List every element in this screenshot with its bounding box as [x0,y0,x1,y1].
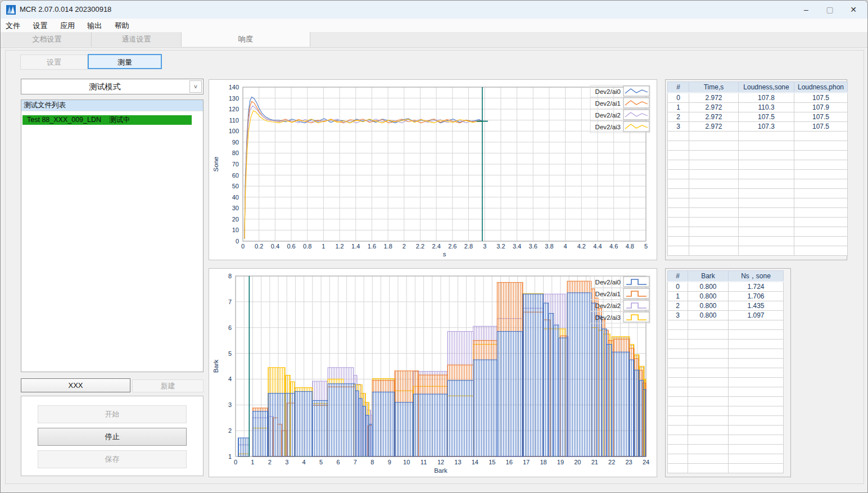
svg-text:8: 8 [370,459,374,465]
table-row: 12.972110.3107.9 [668,103,848,112]
table-row [668,464,784,473]
tab-loudness[interactable]: 响度 [182,32,310,47]
svg-text:Dev2/ai2: Dev2/ai2 [595,112,621,119]
svg-text:6: 6 [336,459,340,465]
menu-settings[interactable]: 设置 [28,19,52,33]
svg-text:Dev2/ai1: Dev2/ai1 [595,100,621,107]
svg-text:140: 140 [229,84,239,91]
svg-text:20: 20 [574,459,581,465]
chevron-down-icon[interactable]: ˅ [189,80,202,93]
table-row [668,454,784,464]
file-name: Test 88_XXX_009_LDN [27,116,101,124]
table-row: 02.972107.8107.5 [668,93,848,103]
table-row [668,237,848,246]
test-file-list: 测试文件列表 Test 88_XXX_009_LDN 测试中 [21,99,204,372]
menu-file[interactable]: 文件 [1,19,25,33]
svg-text:70: 70 [232,161,239,168]
table-row [668,320,784,330]
svg-text:Dev2/ai0: Dev2/ai0 [595,279,621,286]
table-row [668,141,848,151]
svg-text:12: 12 [437,459,444,465]
table-row [668,160,848,170]
menu-output[interactable]: 输出 [82,19,107,33]
svg-text:0.8: 0.8 [303,243,311,250]
svg-text:Dev2/ai1: Dev2/ai1 [595,291,621,297]
table-row [668,330,784,340]
svg-text:s: s [443,251,446,257]
table-row: 20.8001.435 [668,301,784,311]
svg-text:18: 18 [540,459,546,465]
table-row [668,227,848,237]
svg-text:3: 3 [483,243,486,250]
tab-channel-settings[interactable]: 通道设置 [92,32,182,47]
menu-help[interactable]: 帮助 [110,19,134,33]
table-row [668,349,784,359]
stop-button[interactable]: 停止 [38,428,187,446]
col-header: Ns，sone [729,271,784,282]
table-row [668,170,848,179]
svg-text:13: 13 [454,459,461,465]
svg-text:4.2: 4.2 [577,243,586,250]
col-header: Loudness,sone [739,82,794,93]
svg-text:23: 23 [625,459,632,465]
table-row [668,387,784,397]
svg-text:5: 5 [228,350,232,357]
save-button[interactable]: 保存 [38,450,187,468]
table-row: 00.8001.724 [668,282,784,292]
test-file-list-header: 测试文件列表 [21,100,203,111]
svg-text:90: 90 [232,139,239,146]
svg-text:7: 7 [354,459,357,465]
new-button[interactable]: 新建 [132,379,204,392]
svg-text:22: 22 [608,459,615,465]
maximize-button[interactable]: ▢ [817,1,843,19]
svg-text:120: 120 [229,106,239,112]
table-row [668,198,848,208]
loudness-time-chart-panel: 00.20.40.60.811.21.41.61.822.22.42.62.83… [209,79,657,260]
table-row: 32.972107.3107.5 [668,122,848,132]
svg-text:4: 4 [564,243,567,250]
svg-text:Bark: Bark [213,359,219,373]
app-logo-icon [6,5,16,15]
start-button[interactable]: 开始 [38,405,187,423]
loudness-time-chart: 00.20.40.60.811.21.41.61.822.22.42.62.83… [209,80,657,260]
svg-text:1: 1 [322,243,325,250]
test-mode-select[interactable]: 测试模式 ˅ [21,79,204,94]
svg-text:0: 0 [234,459,237,465]
svg-text:4.8: 4.8 [626,243,634,250]
svg-text:60: 60 [232,172,239,179]
menu-apply[interactable]: 应用 [55,19,80,33]
subtab-measure[interactable]: 测量 [88,54,162,69]
svg-text:3: 3 [228,401,232,408]
svg-text:5: 5 [644,243,648,250]
subtab-settings[interactable]: 设置 [20,55,88,70]
svg-text:2: 2 [268,459,272,465]
minimize-button[interactable]: – [793,1,819,19]
svg-text:17: 17 [523,459,530,465]
bark-table: #BarkNs，sone00.8001.72410.8001.70620.800… [667,270,784,473]
test-mode-value: 测试模式 [21,79,188,94]
svg-text:1.6: 1.6 [368,243,376,250]
svg-text:Dev2/ai2: Dev2/ai2 [595,302,621,309]
table-row: 30.8001.097 [668,311,784,320]
tab-document-settings[interactable]: 文档设置 [3,32,92,47]
svg-text:1: 1 [251,459,254,465]
close-button[interactable]: ✕ [840,1,866,19]
svg-text:0: 0 [241,243,245,250]
svg-text:Dev2/ai0: Dev2/ai0 [595,88,621,95]
svg-text:21: 21 [591,459,598,465]
list-item[interactable]: Test 88_XXX_009_LDN 测试中 [22,115,192,125]
loudness-table-panel: #Time,sLoudness,soneLoudness,phon02.9721… [665,79,847,260]
table-row [668,445,784,454]
col-header: Time,s [689,82,739,93]
svg-text:4: 4 [228,376,232,382]
table-row [668,435,784,445]
svg-text:1.2: 1.2 [335,243,343,250]
svg-text:4: 4 [302,459,306,465]
xxx-button[interactable]: XXX [21,378,130,392]
bark-table-panel: #BarkNs，sone00.8001.72410.8001.70620.800… [665,268,791,477]
svg-text:3.6: 3.6 [529,243,537,250]
svg-text:3: 3 [285,459,288,465]
svg-text:Dev2/ai3: Dev2/ai3 [595,314,621,321]
svg-text:7: 7 [228,298,232,305]
table-row [668,189,848,198]
